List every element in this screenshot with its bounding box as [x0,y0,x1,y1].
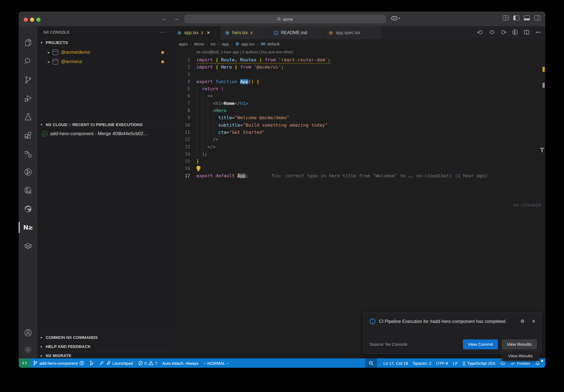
customize-layout-icon[interactable] [503,15,509,20]
activity-container-icon[interactable] [19,238,37,254]
tab-app.spec.tsx[interactable]: app.spec.tsx [324,26,382,39]
tab-hero.tsx[interactable]: hero.tsx4 [221,26,269,39]
pipeline-execution-item[interactable]: ✓ add-hero-component - Merge 409b44e5cb0… [37,129,172,138]
activity-run-debug-icon[interactable] [19,91,37,106]
run-commit-icon[interactable] [512,29,518,37]
code-line-11[interactable]: 11 cta="Get Started" [173,129,541,136]
eol-status[interactable]: LF [451,361,460,366]
code-area[interactable]: 1import { Route, Routes } from 'react-ro… [173,56,541,179]
section-common-nx-commands[interactable]: ▸COMMON NX COMMANDS [37,333,172,341]
activity-project-graph-icon[interactable] [19,146,37,161]
breadcrumb[interactable]: apps›demo›src›app›app.tsx›default [179,39,545,48]
activity-testing-icon[interactable] [19,109,37,124]
codelens-blame[interactable]: nx-cloud[bot], 1 hour ago | 2 authors (Y… [196,50,293,54]
command-center-search[interactable]: acme [185,15,386,23]
code-line-15[interactable]: 15} [173,158,541,165]
section-help-and-feedback[interactable]: ▸HELP AND FEEDBACK [37,342,172,350]
notifications-bell[interactable] [533,361,543,366]
activity-account-icon[interactable] [19,325,37,341]
nav-forward-circle-icon[interactable] [500,29,507,37]
activity-inspect-graph-icon[interactable] [19,183,37,198]
encoding-status[interactable]: UTF-8 [434,361,451,366]
notification-close-icon[interactable]: ✕ [532,318,536,324]
code-line-14[interactable]: 14 ); [173,151,541,158]
indent-guide [197,85,197,158]
code-line-3[interactable]: 3 [173,71,541,78]
publish-sync-icon [79,361,84,366]
breadcrumb-app[interactable]: app [222,42,229,46]
close-tab-icon[interactable]: ✕ [207,30,210,35]
cursor-position-status[interactable]: Ln 17, Col 19 [381,361,410,366]
activity-search-icon[interactable] [19,54,37,69]
project-item-acmeui[interactable]: ▸ @acme/ui [37,57,172,66]
view-commit-button[interactable]: View Commit [463,339,498,349]
activity-source-control-icon[interactable] [19,72,37,88]
breadcrumb-src[interactable]: src [210,42,216,46]
code-line-16[interactable]: 16 [173,165,541,172]
language-mode-status[interactable]: {} TypeScript JSX [460,361,498,366]
minimize-window-button[interactable] [30,18,34,22]
vim-mode-status[interactable]: -- NORMAL -- [201,361,231,366]
tab-app.tsx[interactable]: app.tsx3✕ [173,26,221,39]
code-line-5[interactable]: 5 return ( [173,85,541,92]
tab-README.md[interactable]: iREADME.md [269,26,324,39]
activity-settings-gear-icon[interactable] [19,342,37,358]
code-line-2[interactable]: 2import { Hero } from '@acme/ui'; [173,64,541,71]
zoom-out-status[interactable] [365,358,377,368]
nav-dot-circle-icon[interactable] [489,29,495,37]
commit-graph-status[interactable] [87,361,97,366]
nav-forward-icon[interactable]: → [173,15,179,22]
view-results-tooltip: View Results [502,351,539,361]
notification-source: Source: Nx Console [370,342,408,347]
view-results-button[interactable]: View Results [502,339,537,349]
bell-icon [535,361,540,366]
nav-back-icon[interactable]: ← [162,15,167,22]
code-line-9[interactable]: 9 title="Welcome @acme/demo" [173,114,541,121]
launchpad-status[interactable]: Launchpad [97,361,135,366]
code-line-7[interactable]: 7 <h1>Home</h1> [173,100,541,107]
activity-explorer-icon[interactable] [19,35,37,51]
nav-back-circle-icon[interactable] [477,29,484,37]
code-line-12[interactable]: 12 /> [173,136,541,143]
nx-cloud-section-header[interactable]: ▾ NX CLOUD :: RECENT CI PIPELINE EXECUTI… [37,120,172,129]
maximize-window-button[interactable] [36,18,40,22]
breadcrumb-apps[interactable]: apps [179,42,188,46]
chevron-right-icon: ▸ [40,344,44,349]
code-line-13[interactable]: 13 </> [173,143,541,151]
toggle-secondary-sidebar-icon[interactable] [534,15,540,20]
copilot-status[interactable] [498,361,508,366]
lightbulb-icon[interactable] [196,166,200,170]
problems-status[interactable]: 0 7 [135,361,160,366]
copilot-menu[interactable]: ▾ [391,15,400,21]
code-line-10[interactable]: 10 subtitle="Build something amazing tod… [173,122,541,129]
code-line-1[interactable]: 1import { Route, Routes } from 'react-ro… [173,56,541,64]
code-line-17[interactable]: 17export default App;fix: correct typo i… [173,172,541,179]
code-line-6[interactable]: 6 <> [173,92,541,100]
breadcrumb-app.tsx[interactable]: app.tsx [235,42,254,46]
code-line-8[interactable]: 8 <Hero [173,107,541,114]
remote-indicator[interactable] [19,358,30,368]
activity-extensions-icon[interactable] [19,127,37,143]
activity-nx-console-icon[interactable]: N≥ [19,220,37,235]
auto-attach-status[interactable]: Auto Attach: Always [160,361,201,366]
indentation-status[interactable]: Spaces: 2 [410,361,434,366]
activity-edge-icon[interactable] [19,201,37,217]
more-actions-icon[interactable] [535,29,541,37]
sidebar-more-actions[interactable]: ··· [160,29,166,35]
close-window-button[interactable] [24,18,28,22]
projects-section-header[interactable]: ▾ PROJECTS [37,38,172,47]
formatter-status[interactable]: Prettier [508,361,533,366]
activity-commit-graph-icon[interactable] [19,164,37,180]
breadcrumb-demo[interactable]: demo [194,42,204,46]
split-editor-icon[interactable] [523,29,530,37]
git-branch-status[interactable]: add-hero-component [30,361,87,366]
vscode-window: ← → acme ▾ N≥ NX CONSOLE ··· ▾ [19,12,545,368]
notification-settings-gear-icon[interactable]: ⚙ [520,318,525,324]
toggle-sidebar-icon[interactable] [513,15,519,20]
breadcrumb-default[interactable]: default [261,42,280,46]
project-item-acmedemo[interactable]: ▸ @acme/demo [37,48,172,57]
ruler-mark [543,67,545,72]
code-line-4[interactable]: 4export function App() { [173,78,541,85]
toggle-panel-icon[interactable] [524,15,530,20]
overview-ruler[interactable]: T [541,39,545,358]
